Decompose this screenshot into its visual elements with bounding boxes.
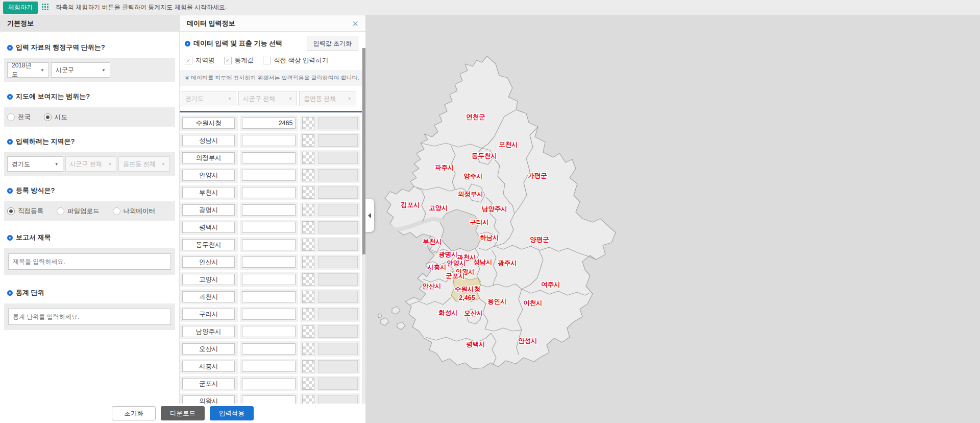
pattern-swatch[interactable] [302, 378, 314, 390]
color-box[interactable] [318, 291, 358, 303]
region-value-input[interactable] [242, 343, 296, 355]
region-name-input[interactable] [182, 170, 235, 181]
region-name-input[interactable] [182, 343, 235, 355]
color-box[interactable] [318, 239, 358, 251]
color-box[interactable] [318, 325, 358, 338]
pattern-swatch[interactable] [302, 152, 314, 164]
region-value-input[interactable] [242, 361, 296, 372]
region-name-input[interactable] [182, 204, 235, 216]
region-value-input[interactable] [242, 274, 296, 285]
region-value-input[interactable] [242, 118, 296, 129]
region-name-input[interactable] [182, 274, 235, 285]
color-box[interactable] [318, 360, 358, 372]
pattern-swatch[interactable] [302, 360, 314, 372]
map-label-의정부시: 의정부시 [458, 191, 483, 198]
map-label-연천군: 연천군 [466, 113, 485, 121]
region-name-input[interactable] [182, 222, 235, 233]
region-value-input[interactable] [242, 239, 296, 250]
color-box[interactable] [318, 256, 358, 268]
select-2018년도[interactable]: 2018년도▼ [7, 62, 49, 78]
color-box[interactable] [318, 186, 358, 199]
download-button[interactable]: 다운로드 [161, 406, 205, 420]
pattern-swatch[interactable] [302, 186, 314, 199]
map-area[interactable]: 연천군포천시동두천시파주시양주시가평군의정부시김포시고양시남양주시구리시하남시양… [365, 15, 980, 423]
checkbox-통계값[interactable]: ✓통계값 [224, 56, 254, 65]
pattern-swatch[interactable] [302, 291, 314, 303]
map-label-시흥시: 시흥시 [427, 264, 447, 271]
reset-values-button[interactable]: 입력값 초기화 [307, 36, 358, 51]
apply-button[interactable]: 입력적용 [210, 406, 254, 420]
region-value-input[interactable] [242, 170, 296, 181]
pattern-swatch[interactable] [302, 273, 314, 286]
region-name-input[interactable] [182, 256, 235, 268]
region-value-input[interactable] [242, 222, 296, 233]
try-button[interactable]: 체험하기 [3, 2, 38, 14]
color-box[interactable] [318, 273, 358, 286]
report-title-input[interactable] [8, 253, 171, 270]
radio-직접등록[interactable]: 직접등록 [7, 207, 43, 216]
color-box[interactable] [318, 308, 358, 320]
color-box[interactable] [318, 152, 358, 164]
reset-button[interactable]: 초기화 [112, 406, 156, 420]
region-value-input[interactable] [242, 135, 296, 146]
pattern-swatch[interactable] [302, 343, 314, 355]
region-name-input[interactable] [182, 152, 235, 163]
color-box[interactable] [318, 117, 358, 129]
region-name-input[interactable] [182, 291, 235, 302]
region-value-input[interactable] [242, 309, 296, 320]
pattern-swatch[interactable] [302, 117, 314, 129]
pattern-swatch[interactable] [302, 221, 314, 233]
region-value-input[interactable] [242, 378, 296, 389]
pattern-swatch[interactable] [302, 239, 314, 251]
stat-unit-input[interactable] [8, 309, 171, 325]
region-row [180, 359, 360, 374]
province-outline[interactable] [385, 56, 616, 369]
bullet-icon [7, 94, 13, 100]
region-value-input[interactable] [242, 256, 296, 268]
color-box[interactable] [318, 395, 358, 404]
region-name-input[interactable] [182, 135, 235, 146]
region-value-input[interactable] [242, 291, 296, 302]
radio-전국[interactable]: 전국 [7, 113, 31, 122]
region-value-input[interactable] [242, 204, 296, 216]
select-경기도[interactable]: 경기도▼ [7, 156, 63, 172]
gyeonggi-map[interactable]: 연천군포천시동두천시파주시양주시가평군의정부시김포시고양시남양주시구리시하남시양… [365, 15, 980, 422]
pattern-swatch[interactable] [302, 325, 314, 338]
notice-text: ※ 데이터를 지도에 표시하기 위해서는 입력적용을 클릭하여야 합니다. [180, 70, 365, 86]
region-row [180, 324, 360, 339]
radio-파일업로드[interactable]: 파일업로드 [57, 207, 100, 216]
panel-collapse-handle[interactable] [365, 199, 374, 232]
region-name-input[interactable] [182, 395, 235, 404]
region-name-input[interactable] [182, 309, 235, 320]
pattern-swatch[interactable] [302, 395, 314, 404]
select-시군구[interactable]: 시군구▼ [51, 62, 110, 78]
color-box[interactable] [318, 378, 358, 390]
region-name-input[interactable] [182, 118, 235, 129]
grid-menu-icon[interactable] [42, 4, 50, 11]
region-value-input[interactable] [242, 395, 296, 404]
region-name-input[interactable] [182, 378, 235, 389]
close-icon[interactable]: × [352, 18, 358, 29]
radio-시도[interactable]: 시도 [44, 113, 67, 122]
region-name-input[interactable] [182, 239, 235, 250]
color-box[interactable] [318, 343, 358, 355]
color-box[interactable] [318, 221, 358, 233]
scrollbar[interactable] [362, 48, 365, 404]
checkbox-직접 색상 입력하기[interactable]: ✓직접 색상 입력하기 [263, 56, 328, 65]
region-name-input[interactable] [182, 326, 235, 337]
region-value-input[interactable] [242, 326, 296, 337]
pattern-swatch[interactable] [302, 256, 314, 268]
pattern-swatch[interactable] [302, 169, 314, 181]
checkbox-지역명[interactable]: ✓지역명 [185, 56, 215, 65]
region-name-input[interactable] [182, 187, 235, 198]
pattern-swatch[interactable] [302, 134, 314, 147]
pattern-swatch[interactable] [302, 204, 314, 216]
color-box[interactable] [318, 169, 358, 181]
region-value-input[interactable] [242, 152, 296, 163]
region-value-input[interactable] [242, 187, 296, 198]
color-box[interactable] [318, 134, 358, 147]
region-name-input[interactable] [182, 361, 235, 372]
radio-나의데이터[interactable]: 나의데이터 [113, 207, 156, 216]
pattern-swatch[interactable] [302, 308, 314, 320]
color-box[interactable] [318, 204, 358, 216]
